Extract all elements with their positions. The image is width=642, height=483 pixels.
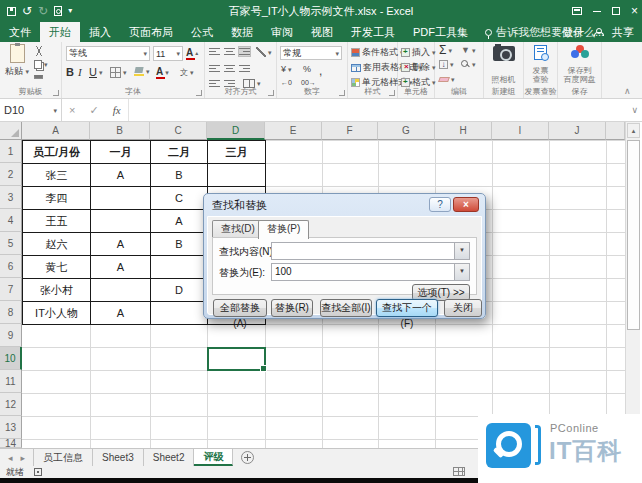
borders-button[interactable]: ▾	[110, 67, 127, 78]
row-header-12[interactable]: 12	[0, 393, 22, 416]
align-left-button[interactable]	[209, 64, 220, 73]
scrollbar-thumb[interactable]	[627, 140, 640, 330]
find-dropdown-icon[interactable]: ▼	[454, 243, 469, 259]
save-baidu-button[interactable]	[571, 45, 589, 58]
column-header-I[interactable]: I	[492, 122, 549, 140]
paste-button[interactable]: 粘贴 ▾	[4, 44, 30, 86]
close-button[interactable]: 关闭	[444, 299, 482, 317]
preview-icon[interactable]	[54, 6, 62, 16]
row-header-9[interactable]: 9	[0, 324, 22, 347]
accounting-format-button[interactable]: ¥▾	[281, 64, 292, 74]
table-cell[interactable]: A	[151, 210, 208, 233]
column-header-A[interactable]: A	[22, 122, 90, 140]
scroll-up-icon[interactable]: ▴	[627, 123, 640, 138]
italic-button[interactable]: I	[78, 66, 82, 78]
row-header-4[interactable]: 4	[0, 209, 22, 232]
column-header-J[interactable]: J	[549, 122, 606, 140]
insert-function-icon[interactable]: fx	[106, 104, 128, 116]
alignment-dialog-launcher[interactable]	[268, 90, 274, 96]
redo-icon[interactable]: ↻	[38, 5, 48, 17]
row-header-7[interactable]: 7	[0, 278, 22, 301]
replace-button[interactable]: 替换(R)	[271, 299, 313, 317]
ribbon-tab-7[interactable]: 视图	[302, 22, 342, 42]
column-header-G[interactable]: G	[378, 122, 435, 140]
signin-link[interactable]: 登录	[562, 25, 584, 40]
replace-all-button[interactable]: 全部替换(A)	[213, 299, 267, 317]
align-right-button[interactable]	[239, 64, 250, 73]
table-cell[interactable]	[151, 256, 208, 279]
font-size-combo[interactable]: 11▾	[153, 46, 183, 61]
increase-decimal-button[interactable]: ←0	[281, 79, 292, 86]
cancel-formula-icon[interactable]: ×	[62, 104, 82, 116]
comma-style-button[interactable]: ,	[319, 64, 322, 78]
font-name-combo[interactable]: 等线▾	[66, 46, 150, 61]
ribbon-tab-5[interactable]: 数据	[222, 22, 262, 42]
replace-with-input[interactable]: 100 ▼	[271, 263, 470, 281]
select-all-corner[interactable]	[0, 122, 22, 140]
grow-font-button[interactable]: A▴	[186, 48, 198, 58]
find-all-button[interactable]: 查找全部(I)	[320, 299, 372, 317]
table-cell[interactable]: C	[151, 187, 208, 210]
phonetic-button[interactable]: 文 ▾	[180, 67, 194, 78]
fill-color-button[interactable]: ▾	[134, 67, 150, 76]
table-cell[interactable]: 王五	[23, 210, 91, 233]
table-cell[interactable]	[151, 302, 208, 325]
styles-dialog-launcher[interactable]	[389, 90, 395, 96]
normal-view-icon[interactable]	[453, 467, 465, 476]
collapse-ribbon-icon[interactable]: ∧	[624, 86, 631, 96]
row-header-13[interactable]: 13	[0, 416, 22, 439]
row-header-2[interactable]: 2	[0, 163, 22, 186]
cut-button[interactable]	[34, 46, 44, 56]
column-header-F[interactable]: F	[322, 122, 378, 140]
column-header-H[interactable]: H	[435, 122, 492, 140]
table-cell[interactable]: 黄七	[23, 256, 91, 279]
row-header-10[interactable]: 10	[0, 347, 22, 370]
orientation-button[interactable]: ▾	[256, 47, 272, 57]
table-cell[interactable]: B	[151, 164, 208, 187]
formula-input[interactable]	[128, 99, 642, 121]
font-color-button[interactable]: A ▾	[156, 67, 169, 77]
row-header-14[interactable]: 14	[0, 439, 22, 448]
ribbon-tab-3[interactable]: 页面布局	[120, 22, 182, 42]
row-header-5[interactable]: 5	[0, 232, 22, 255]
table-cell[interactable]: A	[91, 256, 151, 279]
table-cell[interactable]: 赵六	[23, 233, 91, 256]
dialog-help-button[interactable]: ?	[429, 197, 451, 212]
bold-button[interactable]: B	[66, 66, 74, 78]
column-header-E[interactable]: E	[265, 122, 322, 140]
table-cell[interactable]	[91, 187, 151, 210]
replace-dropdown-icon[interactable]: ▼	[454, 264, 469, 280]
column-header-D[interactable]: D	[207, 122, 265, 140]
number-format-combo[interactable]: 常规▾	[280, 46, 342, 60]
sheet-tab-0[interactable]: 员工信息	[33, 449, 93, 466]
enter-formula-icon[interactable]: ✓	[82, 104, 105, 117]
top-align-button[interactable]	[209, 47, 220, 56]
table-cell[interactable]	[91, 279, 151, 302]
table-cell[interactable]: 张三	[23, 164, 91, 187]
table-cell[interactable]: 张小村	[23, 279, 91, 302]
sheet-tab-1[interactable]: Sheet3	[93, 449, 144, 466]
ribbon-display-options-icon[interactable]	[572, 7, 582, 15]
table-cell[interactable]: A	[91, 233, 151, 256]
row-header-8[interactable]: 8	[0, 301, 22, 324]
undo-icon[interactable]: ↺	[22, 5, 32, 17]
row-header-6[interactable]: 6	[0, 255, 22, 278]
camera-button[interactable]	[493, 46, 515, 61]
clear-button[interactable]: ▾	[439, 76, 455, 83]
table-cell[interactable]: B	[151, 233, 208, 256]
sheet-nav-right-icon[interactable]: ▸	[21, 453, 26, 463]
format-painter-button[interactable]	[34, 75, 43, 79]
qat-customize-icon[interactable]: ▾	[68, 7, 72, 15]
clipboard-dialog-launcher[interactable]	[53, 90, 59, 96]
bottom-align-button[interactable]	[239, 47, 250, 56]
selected-cell[interactable]	[207, 347, 266, 371]
save-icon[interactable]	[7, 7, 16, 16]
invoice-check-button[interactable]	[534, 45, 547, 60]
table-cell[interactable]	[208, 164, 266, 187]
share-button[interactable]: 共享	[612, 25, 634, 40]
table-cell[interactable]: 李四	[23, 187, 91, 210]
table-cell[interactable]: A	[91, 164, 151, 187]
expand-formula-bar-icon[interactable]: ∨	[631, 105, 638, 115]
row-header-11[interactable]: 11	[0, 370, 22, 393]
ribbon-tab-2[interactable]: 插入	[80, 22, 120, 42]
